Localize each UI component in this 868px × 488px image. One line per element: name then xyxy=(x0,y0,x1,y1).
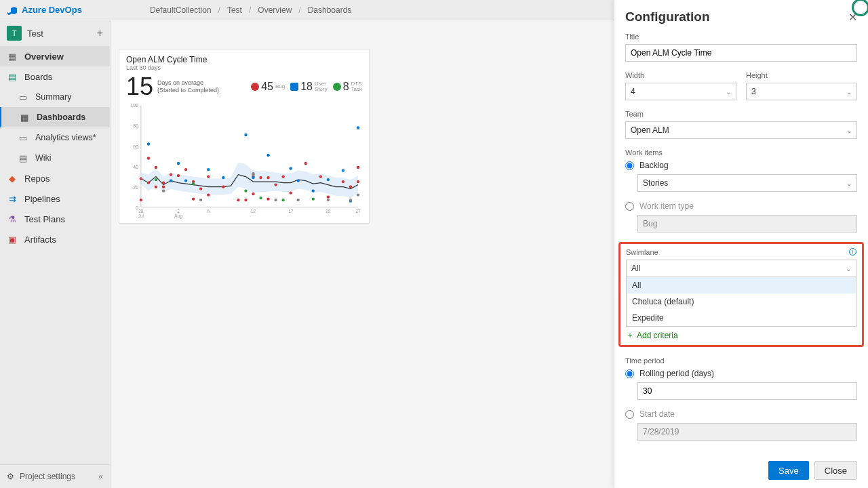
width-label: Width xyxy=(625,71,736,79)
sidebar-item-label: Pipelines xyxy=(24,194,60,204)
svg-point-64 xyxy=(312,197,315,200)
sidebar-item-wiki[interactable]: ▤Wiki xyxy=(0,148,110,168)
startdate-radio[interactable] xyxy=(625,410,634,419)
sidebar-item-label: Boards xyxy=(24,72,52,82)
wi-type-radio[interactable] xyxy=(625,202,634,211)
sidebar-item-analytics[interactable]: ▭Analytics views* xyxy=(0,127,110,148)
panel-header: Configuration ✕ xyxy=(614,0,868,30)
dashboards-icon: ▦ xyxy=(19,112,30,123)
cycle-time-widget[interactable]: Open ALM Cycle Time Last 30 days 15 Days… xyxy=(119,49,370,224)
backlog-select[interactable]: Stories⌄ xyxy=(637,174,857,192)
swimlane-option[interactable]: Expedite xyxy=(627,310,856,326)
field-width: Width 4⌄ xyxy=(625,71,736,100)
svg-point-66 xyxy=(199,199,202,201)
project-row[interactable]: T Test + xyxy=(0,20,110,46)
add-criteria-link[interactable]: ＋Add criteria xyxy=(626,329,856,341)
close-button[interactable]: Close xyxy=(814,461,857,480)
svg-text:22: 22 xyxy=(326,209,331,214)
project-badge: T xyxy=(7,26,22,41)
height-label: Height xyxy=(746,71,857,79)
height-select[interactable]: 3⌄ xyxy=(746,83,857,100)
sidebar-item-label: Repos xyxy=(24,174,50,184)
stat-bug: 45 Bug xyxy=(251,81,285,93)
sidebar-item-dashboards[interactable]: ▦Dashboards xyxy=(0,107,110,127)
svg-point-46 xyxy=(184,179,187,182)
team-select[interactable]: Open ALM⌄ xyxy=(625,121,857,139)
svg-text:40: 40 xyxy=(133,165,138,169)
breadcrumb-item[interactable]: Test xyxy=(227,5,242,15)
rolling-label: Rolling period (days) xyxy=(639,369,714,378)
startdate-label: Start date xyxy=(639,409,675,419)
brand-logo[interactable]: Azure DevOps xyxy=(7,5,82,16)
stat-task: 8 DTSTask xyxy=(333,81,362,93)
swimlane-option[interactable]: Choluca (default) xyxy=(627,293,856,310)
info-icon[interactable]: i xyxy=(849,248,856,256)
sidebar-item-overview[interactable]: ▦Overview xyxy=(0,46,110,66)
project-settings[interactable]: ⚙ Project settings « xyxy=(0,464,110,488)
svg-text:Aug: Aug xyxy=(174,214,182,219)
rolling-radio[interactable] xyxy=(625,369,634,378)
svg-point-44 xyxy=(170,179,172,182)
radio-rolling[interactable]: Rolling period (days) xyxy=(625,369,857,378)
radio-startdate[interactable]: Start date xyxy=(625,409,857,419)
sidebar-item-testplans[interactable]: ⚗Test Plans xyxy=(0,209,110,229)
svg-point-65 xyxy=(162,189,165,192)
width-select[interactable]: 4⌄ xyxy=(625,83,736,100)
svg-text:6: 6 xyxy=(207,209,210,214)
stat-userstory: 18 UserStory xyxy=(290,81,327,93)
title-input[interactable] xyxy=(625,44,857,62)
svg-point-35 xyxy=(289,191,292,194)
svg-point-30 xyxy=(259,176,262,179)
chevron-left-icon[interactable]: « xyxy=(98,472,103,481)
panel-title: Configuration xyxy=(625,9,848,24)
workitems-label: Work items xyxy=(625,148,857,157)
svg-point-42 xyxy=(357,166,359,169)
radio-backlog[interactable]: Backlog xyxy=(625,161,857,170)
field-team: Team Open ALM⌄ xyxy=(625,110,857,139)
backlog-radio[interactable] xyxy=(625,161,634,170)
svg-point-56 xyxy=(342,169,344,171)
svg-point-70 xyxy=(297,199,300,201)
widget-title: Open ALM Cycle Time xyxy=(126,55,362,64)
userstory-icon xyxy=(290,83,298,91)
breadcrumb-item[interactable]: DefaultCollection xyxy=(150,5,212,15)
breadcrumb-item[interactable]: Dashboards xyxy=(308,5,352,15)
sidebar-item-pipelines[interactable]: ⇉Pipelines xyxy=(0,188,110,209)
widget-metrics: 15 Days on average (Started to Completed… xyxy=(126,73,362,101)
field-swimlane: Swimlanei All⌄ All Choluca (default) Exp… xyxy=(626,248,856,327)
sidebar-item-summary[interactable]: ▭Summary xyxy=(0,87,110,107)
svg-point-47 xyxy=(207,168,210,171)
svg-text:12: 12 xyxy=(251,209,256,214)
mini-stats: 45 Bug 18 UserStory 8 DTSTask xyxy=(251,81,362,93)
svg-point-11 xyxy=(147,157,150,159)
svg-point-68 xyxy=(252,172,254,175)
config-panel: Configuration ✕ Title Width 4⌄ Height 3⌄… xyxy=(614,0,868,488)
avatar[interactable] xyxy=(852,0,868,16)
wiki-icon: ▤ xyxy=(18,152,28,163)
panel-body: Title Width 4⌄ Height 3⌄ Team Open ALM⌄ … xyxy=(614,30,868,453)
summary-icon: ▭ xyxy=(18,92,28,102)
swimlane-select[interactable]: All⌄ xyxy=(626,260,856,277)
save-button[interactable]: Save xyxy=(768,461,809,480)
nav: ▦Overview ▤Boards ▭Summary ▦Dashboards ▭… xyxy=(0,46,110,249)
radio-workitem-type[interactable]: Work item type xyxy=(625,201,857,211)
sidebar-item-boards[interactable]: ▤Boards xyxy=(0,66,110,87)
chevron-down-icon: ⌄ xyxy=(846,88,852,96)
breadcrumb: DefaultCollection/ Test/ Overview/ Dashb… xyxy=(150,5,352,15)
sidebar-item-artifacts[interactable]: ▣Artifacts xyxy=(0,229,110,249)
add-icon[interactable]: + xyxy=(97,27,103,39)
sidebar-item-label: Artifacts xyxy=(24,235,56,245)
svg-point-61 xyxy=(244,189,247,192)
wi-type-select: Bug xyxy=(637,215,857,232)
rolling-input[interactable] xyxy=(637,382,857,400)
svg-point-31 xyxy=(267,197,269,200)
swimlane-option[interactable]: All xyxy=(627,277,856,293)
svg-point-54 xyxy=(312,189,315,192)
testplans-icon: ⚗ xyxy=(7,214,18,224)
breadcrumb-item[interactable]: Overview xyxy=(258,5,292,15)
analytics-icon: ▭ xyxy=(18,132,28,143)
sidebar-item-repos[interactable]: ◆Repos xyxy=(0,168,110,188)
svg-point-62 xyxy=(259,197,262,199)
field-backlog: Stories⌄ xyxy=(637,174,857,192)
svg-point-48 xyxy=(222,176,224,179)
